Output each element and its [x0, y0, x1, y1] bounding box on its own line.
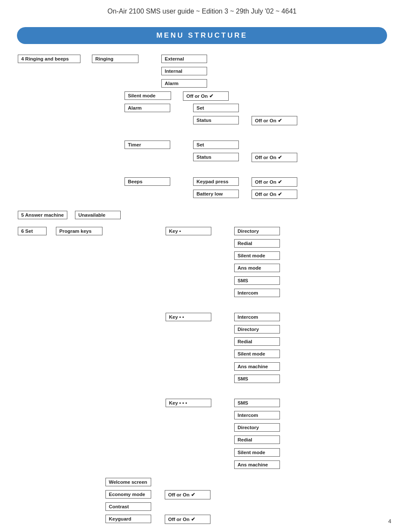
- silent2-box: Silent mode: [234, 350, 280, 358]
- intercom2-box: Intercom: [234, 313, 280, 321]
- off-on-timer-box: Off or On ✔: [252, 153, 297, 162]
- set-alarm-box: Set: [193, 104, 239, 112]
- program-keys-box: Program keys: [56, 227, 102, 235]
- economy-mode-box: Economy mode: [105, 490, 151, 499]
- silent3-box: Silent mode: [234, 448, 280, 457]
- silent-mode-box: Silent mode: [125, 91, 171, 100]
- dir2-box: Directory: [234, 325, 280, 334]
- off-on-keypad-box: Off or On ✔: [252, 177, 297, 187]
- sec4-box: 4 Ringing and beeps: [18, 55, 80, 63]
- dir1-box: Directory: [234, 227, 280, 235]
- dir3-box: Directory: [234, 423, 280, 432]
- battery-low-box: Battery low: [193, 190, 239, 198]
- keyguard-box: Keyguard: [105, 515, 151, 523]
- key1-box: Key •: [166, 227, 211, 235]
- ans-machine2-box: Ans machine: [234, 362, 280, 371]
- page-header: On-Air 2100 SMS user guide ~ Edition 3 ~…: [0, 0, 404, 19]
- sec6-box: 6 Set: [18, 227, 47, 235]
- redial3-box: Redial: [234, 436, 280, 444]
- redial2-box: Redial: [234, 337, 280, 346]
- set-timer-box: Set: [193, 141, 239, 149]
- header-title: On-Air 2100 SMS user guide ~ Edition 3 ~…: [108, 8, 296, 15]
- ans-machine3-box: Ans machine: [234, 460, 280, 469]
- status-timer-box: Status: [193, 153, 239, 161]
- silent1-box: Silent mode: [234, 251, 280, 260]
- ringing-box: Ringing: [92, 55, 138, 63]
- off-on-keyguard-box: Off or On ✔: [165, 515, 210, 524]
- menu-banner: MENU STRUCTURE: [17, 27, 387, 44]
- external-box: External: [161, 55, 207, 63]
- internal-box: Internal: [161, 67, 207, 75]
- timer-box: Timer: [125, 141, 170, 149]
- sec5-box: 5 Answer machine: [18, 211, 67, 219]
- redial1-box: Redial: [234, 239, 280, 248]
- sms2-box: SMS: [234, 375, 280, 383]
- off-on-silent-box: Off or On ✔: [183, 91, 229, 101]
- contrast-box: Contrast: [105, 502, 151, 511]
- key3-box: Key • • •: [166, 399, 211, 407]
- key2-box: Key • •: [166, 313, 211, 321]
- sms3-box: SMS: [234, 399, 280, 407]
- status-alarm-box: Status: [193, 116, 239, 124]
- ans-mode-box: Ans mode: [234, 264, 280, 272]
- unavailable-box: Unavailable: [75, 211, 121, 219]
- keypad-press-box: Keypad press: [193, 177, 239, 186]
- banner-text: MENU STRUCTURE: [156, 31, 248, 39]
- sms1-box: SMS: [234, 276, 280, 285]
- welcome-screen-box: Welcome screen: [105, 478, 151, 486]
- intercom3-box: Intercom: [234, 411, 280, 419]
- beeps-box: Beeps: [125, 177, 170, 186]
- page-number: 4: [388, 518, 391, 524]
- off-on-battery-box: Off or On ✔: [252, 190, 297, 199]
- alarm-ring-box: Alarm: [161, 79, 207, 88]
- alarm-box: Alarm: [125, 104, 170, 112]
- off-on-economy-box: Off or On ✔: [165, 490, 210, 499]
- intercom1-box: Intercom: [234, 289, 280, 297]
- off-on-alarm-box: Off or On ✔: [252, 116, 297, 125]
